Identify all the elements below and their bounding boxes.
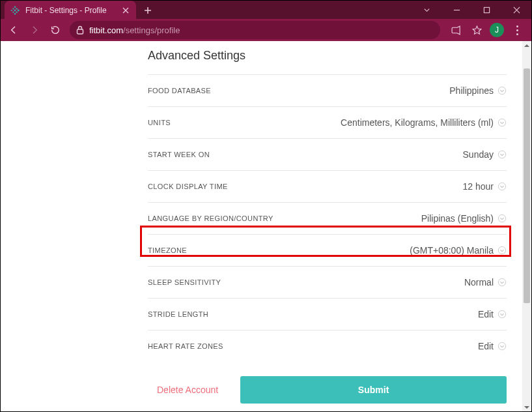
chevron-down-circle-icon [497,118,507,127]
row-label: LANGUAGE BY REGION/COUNTRY [148,214,273,222]
window-dropdown-icon[interactable] [412,1,441,19]
row-label: HEART RATE ZONES [148,342,223,350]
browser-tab[interactable]: Fitbit - Settings - Profile [5,1,136,20]
menu-kebab-icon[interactable] [509,22,525,38]
chevron-down-circle-icon [497,246,507,255]
chevron-down-circle-icon [497,342,507,351]
row-label: UNITS [148,119,171,126]
svg-point-9 [16,11,17,12]
profile-avatar[interactable]: J [490,23,504,37]
fitbit-favicon-icon [10,5,20,16]
row-value: (GMT+08:00) Manila [410,245,494,256]
window-minimize-button[interactable] [441,1,471,19]
bookmark-star-icon[interactable] [469,22,484,38]
row-label: SLEEP SENSITIVITY [148,278,221,286]
row-clock-display[interactable]: CLOCK DISPLAY TIME 12 hour [148,170,507,202]
chevron-down-circle-icon [497,182,507,191]
row-heart-rate-zones[interactable]: HEART RATE ZONES Edit [148,330,507,362]
svg-point-17 [498,278,505,286]
new-tab-button[interactable] [141,4,154,17]
svg-point-12 [498,119,505,126]
svg-point-1 [14,7,16,8]
row-value: Edit [478,341,494,351]
window-maximize-button[interactable] [471,1,501,19]
row-label: FOOD DATABASE [148,87,211,95]
chevron-down-circle-icon [497,150,507,159]
svg-rect-0 [484,7,489,12]
chevron-down-circle-icon [497,86,507,95]
svg-point-6 [12,8,14,9]
row-timezone[interactable]: TIMEZONE (GMT+08:00) Manila [148,234,507,266]
section-title: Advanced Settings [148,49,507,63]
row-value: 12 hour [463,181,494,192]
lock-icon [76,25,84,35]
reload-button[interactable] [46,21,64,39]
svg-point-16 [498,246,505,254]
row-language[interactable]: LANGUAGE BY REGION/COUNTRY Pilipinas (En… [148,202,507,234]
vertical-scrollbar[interactable] [522,41,531,412]
svg-point-13 [498,151,505,158]
row-value: Pilipinas (English) [421,213,494,224]
delete-account-link[interactable]: Delete Account [148,378,227,402]
chevron-down-circle-icon [497,310,507,319]
row-value: Sunday [463,149,494,160]
row-label: STRIDE LENGTH [148,310,208,318]
svg-point-11 [498,87,505,94]
row-value: Edit [478,309,494,319]
svg-point-18 [498,310,505,317]
row-value: Normal [464,277,494,287]
row-label: TIMEZONE [148,246,187,254]
svg-point-5 [18,10,20,12]
svg-rect-10 [77,29,83,34]
back-button[interactable] [5,21,23,39]
chevron-down-circle-icon [497,214,507,223]
row-sleep-sensitivity[interactable]: SLEEP SENSITIVITY Normal [148,266,507,298]
forward-button[interactable] [25,21,44,39]
scroll-down-icon[interactable] [522,403,531,412]
svg-point-2 [14,10,16,12]
row-value: Philippines [449,85,494,96]
address-bar[interactable]: fitbit.com/settings/profile [70,21,440,39]
window-close-button[interactable] [501,1,531,19]
tab-title: Fitbit - Settings - Profile [25,6,120,15]
svg-point-3 [14,13,16,14]
share-icon[interactable] [448,22,464,38]
scrollbar-thumb[interactable] [524,68,530,303]
svg-point-14 [498,183,505,190]
row-units[interactable]: UNITS Centimeters, Kilograms, Milliliter… [148,106,507,138]
svg-point-15 [498,214,505,222]
svg-point-8 [12,12,14,13]
browser-toolbar: fitbit.com/settings/profile J [1,19,531,41]
chevron-down-circle-icon [497,278,507,287]
row-food-database[interactable]: FOOD DATABASE Philippines [148,74,507,106]
svg-point-19 [498,342,505,349]
row-value: Centimeters, Kilograms, Milliliters (ml) [341,117,494,128]
tab-close-icon[interactable] [120,5,131,16]
scroll-up-icon[interactable] [522,41,531,50]
url-text: fitbit.com/settings/profile [89,25,434,35]
page-viewport: Advanced Settings FOOD DATABASE Philippi… [1,41,531,412]
row-stride-length[interactable]: STRIDE LENGTH Edit [148,298,507,330]
row-label: CLOCK DISPLAY TIME [148,183,228,190]
row-start-week[interactable]: START WEEK ON Sunday [148,138,507,170]
row-label: START WEEK ON [148,151,210,158]
submit-button[interactable]: Submit [240,376,507,404]
svg-point-4 [11,10,12,11]
svg-point-7 [16,8,17,9]
